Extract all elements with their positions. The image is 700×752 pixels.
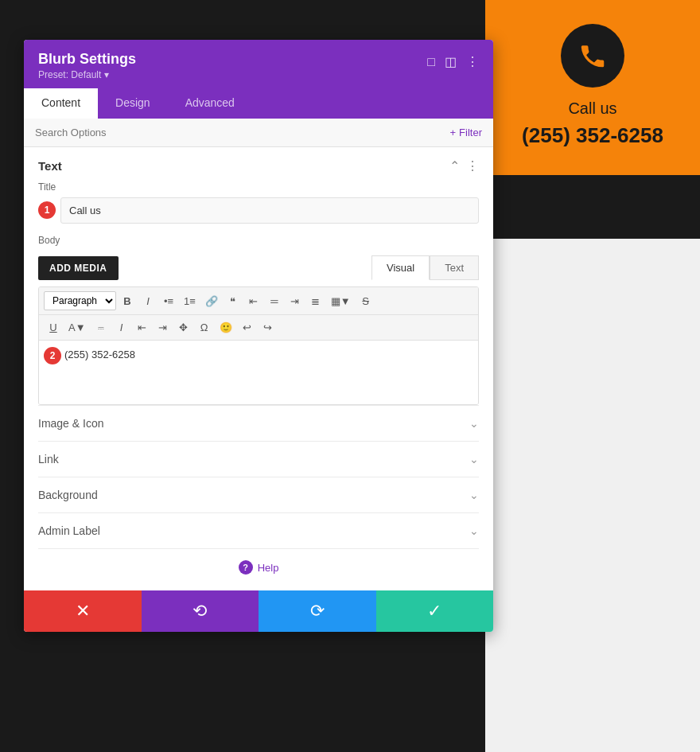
search-bar: + Filter bbox=[24, 119, 493, 147]
link-section[interactable]: Link ⌄ bbox=[38, 441, 479, 477]
dialog-title: Blurb Settings bbox=[38, 51, 136, 68]
omega-button[interactable]: Ω bbox=[195, 319, 214, 336]
table-button[interactable]: ▦▼ bbox=[327, 293, 355, 310]
dialog-footer: ✕ ⟲ ⟳ ✓ bbox=[24, 590, 493, 632]
align-left-button[interactable]: ⇤ bbox=[244, 293, 263, 310]
help-circle-icon: ? bbox=[239, 560, 253, 575]
dialog-preset[interactable]: Preset: Default bbox=[38, 69, 136, 80]
phone-icon bbox=[578, 41, 608, 71]
copy-format-button[interactable]: ⎓ bbox=[91, 319, 111, 336]
call-us-label: Call us bbox=[485, 99, 700, 118]
help-section: ? Help bbox=[38, 548, 479, 579]
text-section-header: Text ⌃ ⋮ bbox=[38, 147, 479, 181]
align-center-button[interactable]: ═ bbox=[265, 293, 284, 310]
emoji-button[interactable]: 🙂 bbox=[216, 319, 236, 336]
image-icon-title: Image & Icon bbox=[38, 417, 104, 430]
cancel-button[interactable]: ✕ bbox=[24, 590, 142, 632]
collapse-icon[interactable]: ⌃ bbox=[449, 158, 460, 173]
editor-content[interactable]: 2 (255) 352-6258 bbox=[39, 341, 478, 404]
unordered-list-button[interactable]: •≡ bbox=[159, 293, 178, 310]
italic-button[interactable]: I bbox=[138, 293, 158, 310]
expand-button[interactable]: ✥ bbox=[174, 319, 193, 336]
body-field-label: Body bbox=[38, 235, 60, 246]
editor-area: Paragraph Heading 1 Heading 2 Heading 3 … bbox=[38, 286, 479, 405]
phone-number: (255) 352-6258 bbox=[485, 123, 700, 148]
tab-text[interactable]: Text bbox=[430, 255, 479, 280]
redo-button[interactable]: ↪ bbox=[259, 319, 278, 336]
align-right-button[interactable]: ⇥ bbox=[286, 293, 305, 310]
admin-label-title: Admin Label bbox=[38, 524, 100, 537]
image-icon-section[interactable]: Image & Icon ⌄ bbox=[38, 405, 479, 441]
body-text: (255) 352-6258 bbox=[64, 349, 135, 360]
strikethrough-button[interactable]: S bbox=[356, 293, 375, 310]
add-media-button[interactable]: ADD MEDIA bbox=[38, 256, 119, 280]
indent-button[interactable]: ⇥ bbox=[154, 319, 173, 336]
dialog-tabs: Content Design Advanced bbox=[24, 88, 493, 119]
title-field-container: Title 1 bbox=[38, 181, 479, 224]
redo-button-footer[interactable]: ⟳ bbox=[259, 590, 376, 632]
save-button[interactable]: ✓ bbox=[376, 590, 494, 632]
blockquote-button[interactable]: ❝ bbox=[224, 293, 243, 310]
italic2-button[interactable]: I bbox=[112, 319, 131, 336]
layout-icon-1[interactable]: □ bbox=[427, 55, 435, 69]
background-chevron: ⌄ bbox=[469, 489, 479, 501]
title-input[interactable] bbox=[60, 197, 479, 224]
ordered-list-button[interactable]: 1≡ bbox=[180, 293, 200, 310]
text-section-controls: ⌃ ⋮ bbox=[449, 158, 479, 173]
blurb-settings-dialog: Blurb Settings Preset: Default □ ◫ ⋮ Con… bbox=[24, 40, 493, 632]
dialog-header: Blurb Settings Preset: Default □ ◫ ⋮ bbox=[24, 40, 493, 88]
layout-icon-2[interactable]: ◫ bbox=[445, 54, 457, 69]
help-label: Help bbox=[258, 562, 279, 574]
call-icon-circle bbox=[561, 24, 624, 88]
body-field-container: Body ADD MEDIA Visual Text Paragraph Hea… bbox=[38, 235, 479, 405]
background-section[interactable]: Background ⌄ bbox=[38, 477, 479, 512]
title-field-label: Title bbox=[38, 181, 479, 193]
step-badge-2: 2 bbox=[44, 347, 61, 364]
admin-label-chevron: ⌄ bbox=[469, 524, 479, 537]
justify-button[interactable]: ≣ bbox=[306, 293, 325, 310]
admin-label-section[interactable]: Admin Label ⌄ bbox=[38, 512, 479, 548]
tab-content[interactable]: Content bbox=[24, 88, 98, 119]
section-menu-icon[interactable]: ⋮ bbox=[466, 158, 479, 173]
toolbar-row-1: Paragraph Heading 1 Heading 2 Heading 3 … bbox=[39, 287, 478, 315]
black-strip bbox=[485, 175, 700, 239]
search-input[interactable] bbox=[35, 127, 450, 138]
link-title: Link bbox=[38, 453, 59, 466]
more-options-icon[interactable]: ⋮ bbox=[466, 54, 479, 69]
background-title: Background bbox=[38, 489, 98, 501]
link-button[interactable]: 🔗 bbox=[201, 293, 222, 310]
text-section-title: Text bbox=[38, 159, 62, 173]
outdent-button[interactable]: ⇤ bbox=[133, 319, 152, 336]
underline-button[interactable]: U bbox=[44, 319, 63, 336]
dialog-content: Text ⌃ ⋮ Title 1 Body ADD MEDIA Visual bbox=[24, 147, 493, 590]
toolbar-row-2: U A▼ ⎓ I ⇤ ⇥ ✥ Ω 🙂 ↩ ↪ bbox=[39, 315, 478, 341]
image-icon-chevron: ⌄ bbox=[469, 417, 479, 430]
help-link[interactable]: ? Help bbox=[38, 560, 479, 575]
bold-button[interactable]: B bbox=[118, 293, 137, 310]
undo-button[interactable]: ↩ bbox=[238, 319, 257, 336]
tab-design[interactable]: Design bbox=[98, 88, 168, 119]
filter-button[interactable]: + Filter bbox=[450, 127, 482, 138]
step-badge-1: 1 bbox=[38, 201, 56, 219]
tab-visual[interactable]: Visual bbox=[371, 255, 430, 280]
reset-button[interactable]: ⟲ bbox=[142, 590, 259, 632]
tab-advanced[interactable]: Advanced bbox=[168, 88, 252, 119]
paragraph-select[interactable]: Paragraph Heading 1 Heading 2 Heading 3 bbox=[44, 291, 116, 310]
dialog-header-right: □ ◫ ⋮ bbox=[427, 51, 479, 69]
link-chevron: ⌄ bbox=[469, 453, 479, 466]
filter-label: Filter bbox=[459, 127, 482, 138]
font-color-button[interactable]: A▼ bbox=[64, 319, 90, 336]
body-header-row: Body bbox=[38, 235, 479, 251]
dialog-header-left: Blurb Settings Preset: Default bbox=[38, 51, 136, 80]
filter-icon: + bbox=[450, 127, 457, 138]
visual-text-tabs: Visual Text bbox=[371, 255, 479, 280]
